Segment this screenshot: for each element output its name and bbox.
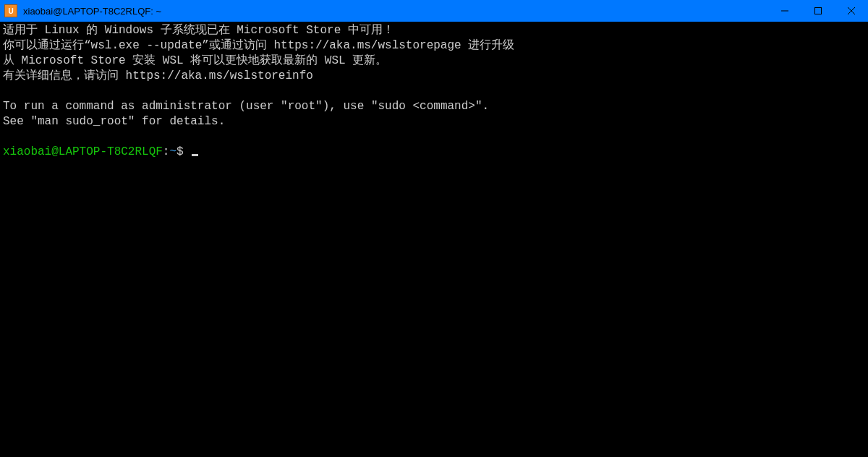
close-button[interactable] <box>835 0 868 22</box>
terminal-window: U xiaobai@LAPTOP-T8C2RLQF: ~ 适用于 Linux 的… <box>0 0 868 457</box>
minimize-button[interactable] <box>768 0 801 22</box>
minimize-icon <box>781 7 788 14</box>
titlebar[interactable]: U xiaobai@LAPTOP-T8C2RLQF: ~ <box>0 0 868 22</box>
terminal-line: To run a command as administrator (user … <box>3 100 489 113</box>
terminal-body[interactable]: 适用于 Linux 的 Windows 子系统现已在 Microsoft Sto… <box>0 22 868 457</box>
terminal-line: 适用于 Linux 的 Windows 子系统现已在 Microsoft Sto… <box>3 24 394 37</box>
terminal-line: 有关详细信息，请访问 https://aka.ms/wslstoreinfo <box>3 69 313 82</box>
maximize-button[interactable] <box>801 0 835 22</box>
cursor <box>192 154 198 156</box>
window-title: xiaobai@LAPTOP-T8C2RLQF: ~ <box>23 6 161 17</box>
prompt-user: xiaobai@LAPTOP-T8C2RLQF <box>3 145 163 158</box>
ubuntu-icon: U <box>4 4 17 17</box>
terminal-line: 从 Microsoft Store 安装 WSL 将可以更快地获取最新的 WSL… <box>3 54 387 67</box>
prompt-symbol: $ <box>176 145 190 158</box>
close-icon <box>848 7 855 14</box>
prompt-path: ~ <box>169 145 176 158</box>
terminal-line: See "man sudo_root" for details. <box>3 115 225 128</box>
prompt-sep: : <box>163 145 170 158</box>
maximize-icon <box>814 7 822 14</box>
svg-rect-1 <box>815 8 822 14</box>
terminal-line: 你可以通过运行“wsl.exe --update”或通过访问 https://a… <box>3 39 514 52</box>
